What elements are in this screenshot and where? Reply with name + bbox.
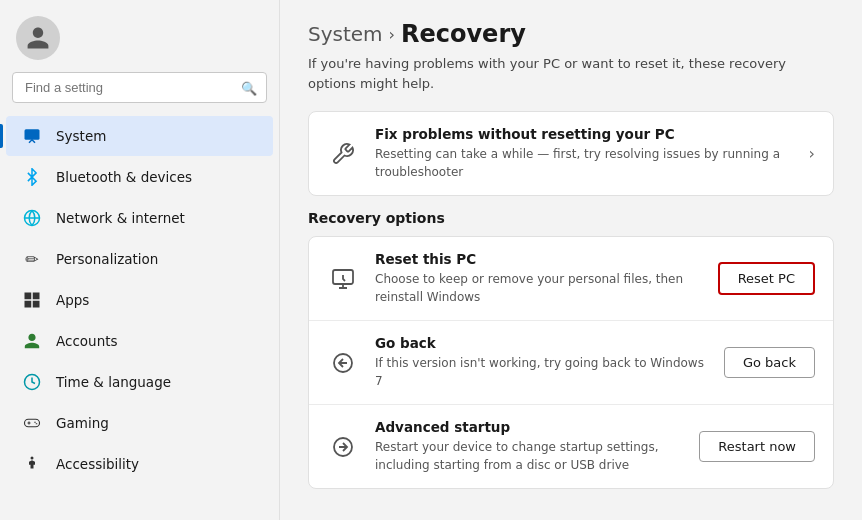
sidebar-item-accessibility[interactable]: Accessibility (6, 444, 273, 484)
apps-icon (22, 290, 42, 310)
recovery-options-card: Reset this PC Choose to keep or remove y… (308, 236, 834, 489)
sidebar-item-apps[interactable]: Apps (6, 280, 273, 320)
svg-rect-0 (25, 129, 40, 140)
reset-description: Choose to keep or remove your personal f… (375, 270, 702, 306)
reset-title: Reset this PC (375, 251, 702, 267)
fix-card[interactable]: Fix problems without resetting your PC R… (308, 111, 834, 196)
personalization-icon: ✏️ (22, 249, 42, 269)
breadcrumb-separator: › (389, 25, 395, 44)
sidebar-item-bluetooth[interactable]: Bluetooth & devices (6, 157, 273, 197)
sidebar-item-label: Apps (56, 292, 89, 308)
search-input[interactable] (12, 72, 267, 103)
recovery-options-label: Recovery options (308, 210, 834, 226)
sidebar-item-label: System (56, 128, 106, 144)
go-back-button[interactable]: Go back (724, 347, 815, 378)
time-icon (22, 372, 42, 392)
restart-now-button[interactable]: Restart now (699, 431, 815, 462)
sidebar-item-accounts[interactable]: Accounts (6, 321, 273, 361)
avatar (16, 16, 60, 60)
sidebar: 🔍 System Bluetooth & devices Network & i… (0, 0, 280, 520)
sidebar-item-label: Personalization (56, 251, 158, 267)
sidebar-nav: System Bluetooth & devices Network & int… (0, 111, 279, 520)
network-icon (22, 208, 42, 228)
sidebar-item-label: Accounts (56, 333, 118, 349)
system-icon (22, 126, 42, 146)
accounts-icon (22, 331, 42, 351)
advanced-description: Restart your device to change startup se… (375, 438, 683, 474)
main-content: System › Recovery If you're having probl… (280, 0, 862, 520)
sidebar-item-label: Time & language (56, 374, 171, 390)
sidebar-item-label: Gaming (56, 415, 109, 431)
page-subtitle: If you're having problems with your PC o… (308, 54, 834, 93)
breadcrumb-parent: System (308, 22, 383, 46)
breadcrumb: System › Recovery (308, 20, 834, 48)
gaming-icon (22, 413, 42, 433)
page-title: Recovery (401, 20, 526, 48)
advanced-icon (327, 431, 359, 463)
advanced-title: Advanced startup (375, 419, 683, 435)
goback-row: Go back If this version isn't working, t… (309, 320, 833, 404)
sidebar-item-label: Network & internet (56, 210, 185, 226)
svg-rect-3 (33, 293, 40, 300)
advanced-row: Advanced startup Restart your device to … (309, 404, 833, 488)
svg-rect-4 (25, 301, 32, 308)
user-section (0, 0, 279, 72)
sidebar-item-system[interactable]: System (6, 116, 273, 156)
sidebar-item-time[interactable]: Time & language (6, 362, 273, 402)
sidebar-item-label: Bluetooth & devices (56, 169, 192, 185)
goback-description: If this version isn't working, try going… (375, 354, 708, 390)
sidebar-item-gaming[interactable]: Gaming (6, 403, 273, 443)
search-icon: 🔍 (241, 80, 257, 95)
sidebar-item-label: Accessibility (56, 456, 139, 472)
sidebar-item-personalization[interactable]: ✏️ Personalization (6, 239, 273, 279)
fix-icon (327, 138, 359, 170)
goback-title: Go back (375, 335, 708, 351)
goback-icon (327, 347, 359, 379)
svg-rect-2 (25, 293, 32, 300)
sidebar-item-network[interactable]: Network & internet (6, 198, 273, 238)
fix-description: Resetting can take a while — first, try … (375, 145, 793, 181)
reset-icon (327, 263, 359, 295)
bluetooth-icon (22, 167, 42, 187)
search-box[interactable]: 🔍 (12, 72, 267, 103)
reset-pc-button[interactable]: Reset PC (718, 262, 815, 295)
fix-arrow-icon: › (809, 144, 815, 163)
reset-row: Reset this PC Choose to keep or remove y… (309, 237, 833, 320)
accessibility-icon (22, 454, 42, 474)
fix-title: Fix problems without resetting your PC (375, 126, 793, 142)
svg-rect-5 (33, 301, 40, 308)
svg-point-7 (31, 457, 34, 460)
